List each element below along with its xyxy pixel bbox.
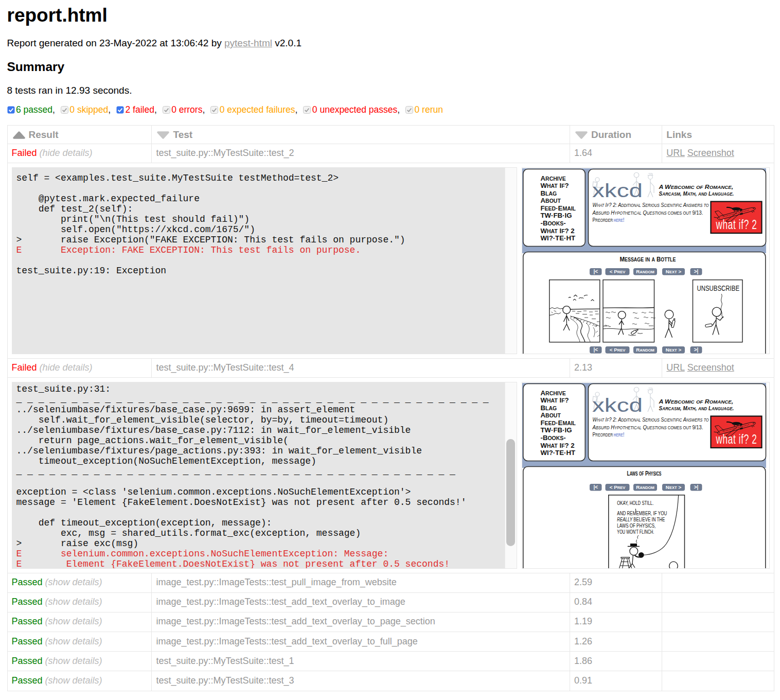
svg-text:WI?·TE·HT: WI?·TE·HT [540,449,575,457]
svg-text:WI?·TE·HT: WI?·TE·HT [540,234,575,242]
svg-text:BLAG: BLAG [540,189,557,197]
svg-text:FEED·EMAIL: FEED·EMAIL [540,419,576,427]
svg-text:ARCHIVE: ARCHIVE [540,174,565,182]
svg-text:UNSUBSCRIBE: UNSUBSCRIBE [697,284,739,292]
svg-text:PREORDER HERE!: PREORDER HERE! [592,217,624,223]
svg-text:what if? 2: what if? 2 [715,217,757,232]
svg-text:ABOUT: ABOUT [540,197,561,204]
svg-text:NEXT >: NEXT > [665,347,681,353]
svg-text:>|: >| [694,269,698,274]
svg-text:SARCASM, MATH, AND LANGUAGE.: SARCASM, MATH, AND LANGUAGE. [659,405,734,411]
svg-text:NEXT >: NEXT > [665,269,681,274]
svg-text:MESSAGE IN A BOTTLE: MESSAGE IN A BOTTLE [619,255,676,263]
svg-text:WHAT IF? 2: ADDITIONAL SERIOUS: WHAT IF? 2: ADDITIONAL SERIOUS SCIENTIFI… [592,416,708,423]
svg-text:WHAT IF? 2: ADDITIONAL SERIOUS: WHAT IF? 2: ADDITIONAL SERIOUS SCIENTIFI… [592,202,708,208]
svg-text:AND REMEMBER, IF YOU: AND REMEMBER, IF YOU [617,510,667,516]
svg-text:LAWS OF PHYSICS,: LAWS OF PHYSICS, [617,522,655,529]
svg-text:WHAT IF?: WHAT IF? [540,182,569,189]
svg-text:>|: >| [694,347,698,353]
svg-text:PREORDER HERE!: PREORDER HERE! [592,431,624,437]
svg-text:ABSURD HYPOTHETICAL QUESTIONS: ABSURD HYPOTHETICAL QUESTIONS COMES OUT … [592,424,703,430]
svg-text:TW·FB·IG: TW·FB·IG [540,426,572,434]
svg-text:|<: |< [593,484,598,490]
svg-text:TW·FB·IG: TW·FB·IG [540,212,572,219]
svg-text:BLAG: BLAG [540,404,557,412]
svg-text:WHAT IF? 2: WHAT IF? 2 [540,226,574,234]
svg-text:YOU WON'T FLINCH.: YOU WON'T FLINCH. [617,528,654,534]
svg-text:SARCASM, MATH, AND LANGUAGE.: SARCASM, MATH, AND LANGUAGE. [659,190,734,196]
svg-text:RANDOM: RANDOM [636,347,654,353]
svg-text:< PREV: < PREV [609,484,626,490]
svg-text:>|: >| [694,484,698,490]
svg-text:A WEBCOMIC OF ROMANCE,: A WEBCOMIC OF ROMANCE, [658,183,733,189]
svg-text:< PREV: < PREV [609,269,626,274]
svg-text:ABSURD HYPOTHETICAL QUESTIONS: ABSURD HYPOTHETICAL QUESTIONS COMES OUT … [592,209,703,216]
svg-text:-BOOKS-: -BOOKS- [540,219,565,227]
svg-text:WHAT IF? 2: WHAT IF? 2 [540,441,574,449]
svg-text:what if? 2: what if? 2 [715,431,757,447]
svg-text:LAWS OF PHYSICS: LAWS OF PHYSICS [627,469,661,477]
svg-text:REALLY BELIEVE IN THE: REALLY BELIEVE IN THE [617,516,665,522]
svg-text:FEED·EMAIL: FEED·EMAIL [540,204,576,212]
svg-text:< PREV: < PREV [609,347,626,353]
svg-text:RANDOM: RANDOM [636,269,654,274]
svg-text:-BOOKS-: -BOOKS- [540,434,565,442]
svg-text:NEXT >: NEXT > [665,484,681,490]
svg-text:xkcd: xkcd [592,395,643,416]
svg-text:|<: |< [593,269,598,274]
svg-text:OKAY, HOLD STILL.: OKAY, HOLD STILL. [617,500,653,506]
svg-text:ABOUT: ABOUT [540,411,561,419]
svg-text:RANDOM: RANDOM [636,484,654,490]
svg-text:A WEBCOMIC OF ROMANCE,: A WEBCOMIC OF ROMANCE, [658,398,733,404]
svg-text:xkcd: xkcd [592,180,643,201]
svg-text:WHAT IF?: WHAT IF? [540,396,569,404]
svg-text:|<: |< [593,347,598,353]
svg-text:ARCHIVE: ARCHIVE [540,389,565,397]
